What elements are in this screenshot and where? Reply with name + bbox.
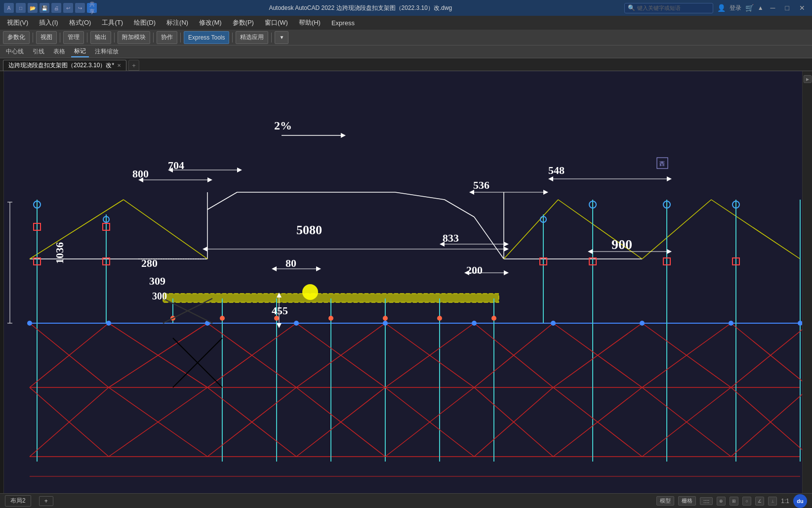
undo-icon[interactable]: ↩	[63, 3, 73, 13]
svg-point-86	[106, 321, 111, 326]
active-document-tab[interactable]: 边跨现浇段盘扣支架图（2022.3.10）改* ✕	[3, 60, 126, 71]
status-icon-2[interactable]: ⊞	[730, 497, 738, 506]
toolbar2-table[interactable]: 表格	[50, 46, 68, 57]
svg-text:548: 548	[548, 164, 565, 176]
tab-title: 边跨现浇段盘扣支架图（2022.3.10）改*	[8, 61, 114, 70]
right-sidebar: ▶	[802, 71, 812, 493]
toolbar-output[interactable]: 输出	[90, 31, 111, 44]
maximize-btn[interactable]: □	[782, 4, 792, 12]
status-icon-5[interactable]: ⟂	[768, 497, 777, 506]
share-icon[interactable]: 共享	[87, 3, 97, 13]
user-icon[interactable]: 👤	[717, 4, 726, 12]
menu-window[interactable]: 窗口(W)	[260, 17, 293, 29]
document-tabbar: 边跨现浇段盘扣支架图（2022.3.10）改* ✕ +	[0, 58, 812, 71]
search-placeholder: 键入关键字或短语	[637, 4, 681, 12]
svg-text:200: 200	[466, 264, 483, 276]
separator-5	[153, 33, 154, 42]
toolbar-express-tools[interactable]: Express Tools	[184, 31, 229, 44]
svg-point-85	[27, 321, 32, 326]
separator-6	[180, 33, 181, 42]
grid-btn[interactable]: 栅格	[678, 496, 696, 506]
search-icon: 🔍	[628, 4, 635, 11]
new-file-icon[interactable]: □	[16, 3, 26, 13]
titlebar-left-icons: A □ 📂 💾 🖨 ↩ ↪ 共享	[4, 3, 97, 13]
menu-help[interactable]: 帮助(H)	[294, 17, 325, 29]
print-icon[interactable]: 🖨	[51, 3, 61, 13]
cart-icon[interactable]: 🛒	[745, 4, 754, 12]
add-layout-btn[interactable]: +	[39, 496, 53, 506]
menubar: 视图(V) 插入(I) 格式(O) 工具(T) 绘图(D) 标注(N) 修改(M…	[0, 16, 812, 30]
menu-params[interactable]: 参数(P)	[228, 17, 259, 29]
svg-point-90	[472, 321, 477, 326]
svg-text:309: 309	[149, 275, 165, 287]
svg-point-99	[383, 316, 388, 321]
save-icon[interactable]: 💾	[40, 3, 49, 13]
snap-btn[interactable]: ::::	[700, 497, 713, 505]
titlebar: A □ 📂 💾 🖨 ↩ ↪ 共享 Autodesk AutoCAD 2022 边…	[0, 0, 812, 16]
svg-point-89	[383, 321, 388, 326]
svg-text:280: 280	[141, 257, 158, 269]
status-icon-4[interactable]: ∠	[755, 497, 764, 506]
cad-drawing: 西 2% 1036 800 704 5080 548 536 833 2	[0, 71, 812, 493]
toolbar-dropdown[interactable]: ▼	[275, 31, 288, 44]
svg-text:300: 300	[152, 291, 167, 301]
scale-display: 1:1	[781, 498, 789, 505]
svg-text:800: 800	[132, 168, 149, 180]
model-btn[interactable]: 模型	[656, 496, 674, 506]
right-sidebar-btn-1[interactable]: ▶	[804, 75, 812, 83]
menu-annotation[interactable]: 标注(N)	[162, 17, 193, 29]
separator-3	[87, 33, 87, 42]
left-panel-handle[interactable]	[0, 71, 4, 493]
toolbar-params[interactable]: 参数化	[3, 31, 30, 44]
svg-point-96	[220, 316, 225, 321]
toolbar-featured-apps[interactable]: 精选应用	[236, 31, 268, 44]
toolbar-collab[interactable]: 协作	[157, 31, 177, 44]
toolbar2-leader[interactable]: 引线	[30, 46, 47, 57]
toolbar-manage[interactable]: 管理	[63, 31, 84, 44]
titlebar-right-icons: 🔍 键入关键字或短语 👤 登录 🛒 ▲ ─ □ ✕	[624, 3, 808, 13]
redo-icon[interactable]: ↪	[75, 3, 85, 13]
new-tab-btn[interactable]: +	[128, 60, 139, 71]
toolbar2-mark[interactable]: 标记	[71, 46, 89, 57]
svg-text:704: 704	[168, 159, 184, 171]
svg-point-144	[302, 284, 318, 300]
tab-close-btn[interactable]: ✕	[117, 63, 121, 68]
triangle-icon[interactable]: ▲	[758, 4, 764, 11]
svg-text:2%: 2%	[274, 119, 292, 132]
search-bar[interactable]: 🔍 键入关键字或短语	[624, 3, 713, 13]
du-logo[interactable]: du	[793, 494, 807, 508]
svg-rect-0	[0, 71, 812, 493]
menu-insert[interactable]: 插入(I)	[34, 17, 63, 29]
autocad-logo: A	[4, 3, 14, 13]
menu-format[interactable]: 格式(O)	[64, 17, 96, 29]
annotation-toolbar: 中心线 引线 表格 标记 注释缩放	[0, 45, 812, 58]
menu-express[interactable]: Express	[326, 18, 360, 28]
status-icon-3[interactable]: ○	[742, 497, 751, 506]
svg-text:5080: 5080	[296, 223, 322, 237]
separator-2	[60, 33, 60, 42]
cad-canvas-area[interactable]: 西 2% 1036 800 704 5080 548 536 833 2	[0, 71, 812, 493]
menu-tools[interactable]: 工具(T)	[97, 17, 128, 29]
layout-tab[interactable]: 布局2	[5, 495, 31, 507]
toolbar-addons[interactable]: 附加模块	[118, 31, 150, 44]
separator-7	[232, 33, 233, 42]
toolbar2-centerline[interactable]: 中心线	[3, 46, 27, 57]
menu-draw[interactable]: 绘图(D)	[129, 17, 161, 29]
ribbon-toolbar: 参数化 视图 管理 输出 附加模块 协作 Express Tools 精选应用 …	[0, 30, 812, 45]
status-icon-1[interactable]: ⊕	[717, 497, 726, 506]
minimize-btn[interactable]: ─	[768, 4, 778, 12]
svg-text:833: 833	[443, 232, 459, 244]
statusbar: 布局2 + 模型 栅格 :::: ⊕ ⊞ ○ ∠ ⟂ 1:1 du	[0, 493, 812, 508]
toolbar-view[interactable]: 视图	[36, 31, 57, 44]
svg-text:西: 西	[659, 161, 665, 167]
statusbar-right: 模型 栅格 :::: ⊕ ⊞ ○ ∠ ⟂ 1:1 du	[656, 494, 807, 508]
toolbar2-annoscale[interactable]: 注释缩放	[92, 46, 122, 57]
svg-text:80: 80	[285, 257, 296, 269]
login-btn[interactable]: 登录	[730, 4, 741, 12]
menu-view[interactable]: 视图(V)	[2, 17, 33, 29]
menu-modify[interactable]: 修改(M)	[194, 17, 227, 29]
svg-text:900: 900	[611, 237, 632, 252]
close-btn[interactable]: ✕	[796, 4, 808, 12]
open-file-icon[interactable]: 📂	[28, 3, 38, 13]
svg-point-93	[729, 321, 733, 326]
